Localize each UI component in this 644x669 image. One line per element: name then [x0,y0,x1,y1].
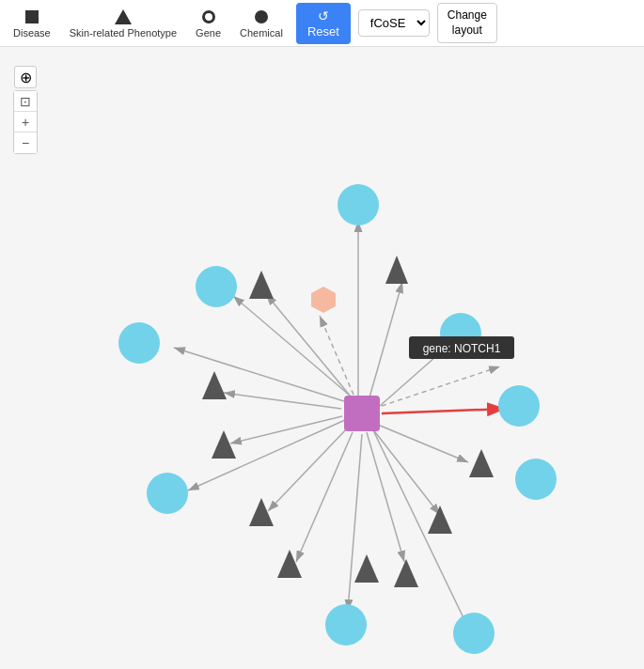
change-layout-button[interactable]: Changelayout [437,3,497,43]
svg-line-9 [348,434,362,611]
skin-icon [115,8,132,25]
svg-line-8 [367,432,404,562]
node-triangle-upper-left[interactable] [249,271,274,299]
svg-line-13 [230,416,342,443]
node-circle-bottom[interactable] [325,604,367,646]
legend-chemical[interactable]: Chemical [234,7,289,40]
toolbar: Disease Skin-related Phenotype Gene Chem… [0,0,644,47]
pan-button[interactable]: ⊕ [14,66,37,88]
node-circle-upper-left[interactable] [196,266,237,307]
node-triangle-lower-right2[interactable] [428,506,452,534]
chemical-icon [253,8,270,25]
svg-line-17 [233,296,349,395]
reset-button[interactable]: ↺ Reset [296,3,351,44]
node-triangle-lower-center[interactable] [354,554,379,583]
svg-line-20 [373,430,468,628]
graph-area[interactable]: ⊕ ⊡ + − [0,47,644,669]
zoom-controls: ⊕ ⊡ + − [13,66,38,154]
svg-line-3 [369,282,402,397]
svg-line-5 [382,409,506,413]
zoom-in-button[interactable]: + [14,112,37,132]
skin-label: Skin-related Phenotype [70,27,177,39]
node-circle-left[interactable] [118,322,160,364]
legend-skin[interactable]: Skin-related Phenotype [64,7,182,40]
svg-line-18 [320,316,353,395]
gene-label: Gene [196,27,221,39]
tooltip-text: gene: NOTCH1 [423,342,501,355]
node-triangle-upper[interactable] [385,256,408,284]
node-hexagon[interactable] [311,287,336,313]
change-layout-label: Changelayout [448,8,487,37]
chemical-label: Chemical [240,27,283,39]
zoom-out-button[interactable]: − [14,132,37,153]
node-circle-top[interactable] [338,184,379,226]
svg-line-15 [174,348,344,401]
node-triangle-lower-left[interactable] [249,498,274,526]
layout-select[interactable]: fCoSE cose circle grid [358,9,430,37]
center-node[interactable] [344,396,380,431]
node-circle-right-below[interactable] [515,459,557,500]
svg-line-7 [372,428,440,515]
node-triangle-left-lower[interactable] [212,430,236,459]
svg-line-19 [382,366,500,406]
fit-button[interactable]: ⊡ [14,91,37,112]
disease-label: Disease [13,27,51,39]
graph-svg: gene: NOTCH1 [0,47,644,669]
legend-gene[interactable]: Gene [190,7,227,40]
disease-icon [24,8,40,25]
legend-disease[interactable]: Disease [8,7,56,40]
gene-icon [200,8,217,25]
zoom-group: ⊡ + − [13,90,38,154]
node-circle-far-right[interactable] [498,385,540,427]
node-circle-bottom-right[interactable] [453,613,495,654]
node-circle-lower-left[interactable] [147,473,188,514]
svg-line-6 [378,425,468,462]
node-triangle-lower-right[interactable] [394,559,418,587]
reset-label: Reset [307,24,339,39]
node-triangle-lower-left2[interactable] [277,550,302,578]
node-triangle-left-upper[interactable] [202,371,227,399]
node-triangle-right[interactable] [469,449,494,477]
